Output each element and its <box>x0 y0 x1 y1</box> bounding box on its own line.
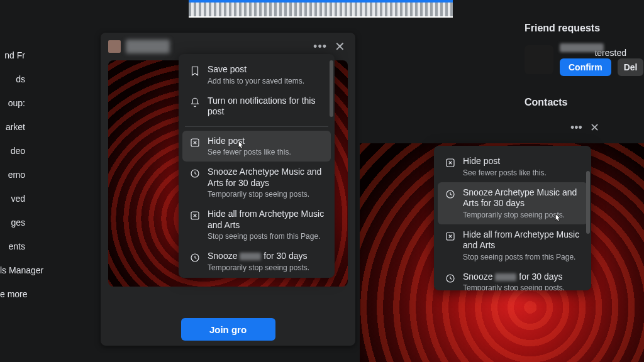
close-icon[interactable]: ✕ <box>590 121 599 134</box>
avatar[interactable] <box>108 40 121 53</box>
top-tab-strip <box>189 0 453 18</box>
menu-item-title: Snooze Archetype Music and Arts for 30 d… <box>208 167 325 189</box>
menu-item-title: Snooze for 30 days <box>208 251 309 262</box>
bookmark-icon <box>189 65 201 77</box>
menu-item[interactable]: Snooze Archetype Music and Arts for 30 d… <box>182 162 331 204</box>
clock-icon <box>189 251 201 264</box>
author-name-redacted <box>126 40 170 53</box>
sidebar-item[interactable]: ges <box>0 217 26 228</box>
menu-item-title: Hide post <box>463 156 547 167</box>
friend-name-redacted <box>560 43 604 52</box>
delete-button[interactable]: Del <box>618 58 644 76</box>
friend-requests-heading: Friend requests <box>525 23 600 34</box>
clock-icon <box>444 188 457 200</box>
sidebar-item[interactable]: ds <box>0 74 26 84</box>
clock-icon <box>189 167 201 180</box>
menu-item[interactable]: Hide all from Archetype Music and ArtsSt… <box>438 224 587 266</box>
xbox-icon <box>189 209 201 222</box>
redacted-text <box>240 253 261 260</box>
post-options-icon[interactable]: ••• <box>313 40 327 53</box>
bell-icon <box>189 96 201 109</box>
join-group-button[interactable]: Join gro <box>181 318 275 341</box>
close-icon[interactable]: ✕ <box>332 39 348 54</box>
menu-item[interactable]: Turn on notifications for this post <box>182 90 331 123</box>
xbox-icon <box>444 156 457 169</box>
contacts-heading: Contacts <box>525 97 567 108</box>
confirm-button[interactable]: Confirm <box>560 58 611 76</box>
sidebar-item[interactable]: deo <box>0 146 26 156</box>
post-options-menu: Save postAdd this to your saved items.Tu… <box>179 54 335 278</box>
xbox-icon <box>444 230 457 243</box>
xbox-icon <box>189 136 201 149</box>
sidebar-item[interactable]: arket <box>0 122 26 132</box>
menu-item[interactable]: Hide all from Archetype Music and ArtsSt… <box>182 204 331 246</box>
menu-item-subtitle: Temporarily stop seeing posts. <box>463 283 565 290</box>
menu-item-title: Hide all from Archetype Music and Arts <box>463 229 581 251</box>
sidebar-item[interactable]: ved <box>0 194 26 204</box>
post-options-icon[interactable]: ••• <box>570 121 582 134</box>
menu-item-title: Hide post <box>208 136 291 147</box>
menu-item-subtitle: Stop seeing posts from this Page. <box>208 232 325 241</box>
menu-item[interactable]: Hide postSee fewer posts like this. <box>438 151 587 182</box>
scrollbar[interactable] <box>330 60 333 117</box>
menu-item-subtitle: Temporarily stop seeing posts. <box>208 263 309 272</box>
menu-item-subtitle: Temporarily stop seeing posts. <box>463 211 581 219</box>
left-sidebar: nd Frdsoup:arketdeoemovedgesentsls Manag… <box>0 50 26 299</box>
menu-item-subtitle: Stop seeing posts from this Page. <box>463 253 581 261</box>
menu-item-title: Hide all from Archetype Music and Arts <box>208 209 325 231</box>
avatar[interactable] <box>525 45 553 74</box>
post-options-menu: Hide postSee fewer posts like this.Snooz… <box>434 146 591 290</box>
sidebar-item[interactable]: ls Manager <box>0 265 26 275</box>
menu-item[interactable]: Snooze for 30 daysTemporarily stop seein… <box>438 266 587 291</box>
sidebar-item[interactable]: emo <box>0 170 26 180</box>
menu-item[interactable]: Snooze for 30 daysTemporarily stop seein… <box>182 246 331 277</box>
menu-item-title: Turn on notifications for this post <box>208 96 325 118</box>
clock-icon <box>444 272 457 285</box>
menu-divider <box>185 126 328 127</box>
menu-item[interactable]: Unfollow Stop seeing posts but stay frie… <box>182 277 331 278</box>
redacted-text <box>495 273 516 281</box>
menu-item-subtitle: See fewer posts like this. <box>208 148 291 156</box>
sidebar-item[interactable]: nd Fr <box>0 50 26 60</box>
menu-item-subtitle: Temporarily stop seeing posts. <box>208 190 325 199</box>
menu-item-subtitle: See fewer posts like this. <box>463 168 547 177</box>
menu-item-title: Snooze Archetype Music and Arts for 30 d… <box>463 187 581 209</box>
scrollbar[interactable] <box>586 171 590 234</box>
menu-item-title: Snooze for 30 days <box>463 272 565 283</box>
menu-item-subtitle: Add this to your saved items. <box>208 77 304 85</box>
menu-item[interactable]: Hide postSee fewer posts like this. <box>182 131 331 162</box>
menu-item[interactable]: Snooze Archetype Music and Arts for 30 d… <box>438 182 587 224</box>
sidebar-item[interactable]: ents <box>0 241 26 251</box>
sidebar-item[interactable]: e more <box>0 289 26 299</box>
menu-item-title: Save post <box>208 64 304 75</box>
sidebar-item[interactable]: oup: <box>0 98 26 108</box>
menu-item[interactable]: Save postAdd this to your saved items. <box>182 59 331 90</box>
friend-request-card: Confirm Del <box>525 38 644 82</box>
